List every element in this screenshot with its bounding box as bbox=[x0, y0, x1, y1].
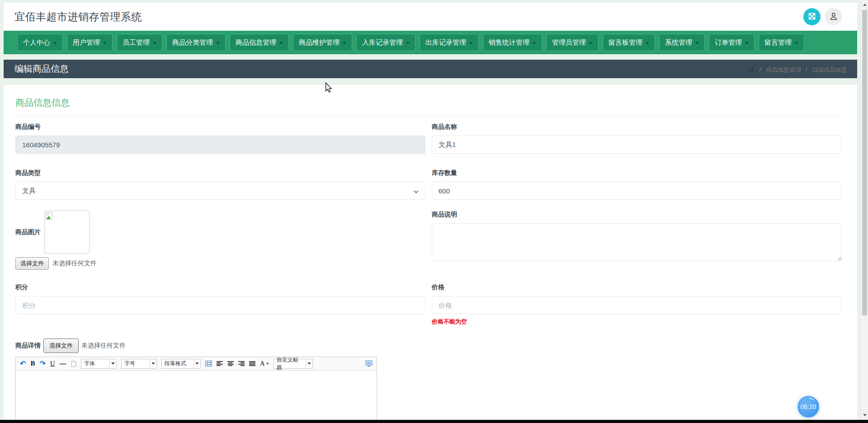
document-icon[interactable] bbox=[71, 361, 76, 367]
broken-image-icon bbox=[46, 212, 54, 220]
editor-toolbar: ↶ B ↷ U — 字体 字号 段落格式 bbox=[16, 357, 377, 371]
nav-item-message-board-mgmt[interactable]: 留言板管理 bbox=[603, 34, 655, 51]
breadcrumb-link-product-info[interactable]: 商品信息管理 bbox=[765, 65, 800, 73]
scrollbar[interactable] bbox=[860, 0, 868, 423]
chevron-down-icon bbox=[589, 42, 593, 44]
font-family-select[interactable]: 字体 bbox=[81, 359, 117, 369]
custom-title-select-label: 自定义标题 bbox=[274, 359, 306, 368]
price-label: 价格 bbox=[432, 283, 842, 291]
nav-item-sales-stats-mgmt[interactable]: 销售统计管理 bbox=[483, 34, 542, 51]
breadcrumb: / 商品信息管理 / 编辑商品信息 bbox=[748, 65, 846, 73]
nav-item-label: 商品信息管理 bbox=[236, 38, 276, 47]
nav-item-product-info-mgmt[interactable]: 商品信息管理 bbox=[230, 34, 289, 51]
nav-item-employee-mgmt[interactable]: 员工管理 bbox=[117, 34, 162, 51]
custom-title-select[interactable]: 自定义标题 bbox=[274, 359, 313, 369]
clock-widget[interactable]: 06:20 bbox=[796, 395, 821, 419]
horizontal-rule-button[interactable]: — bbox=[60, 360, 66, 367]
user-button[interactable] bbox=[825, 8, 842, 25]
nav-item-label: 个人中心 bbox=[23, 38, 50, 47]
points-field: 积分 bbox=[15, 283, 425, 326]
price-input[interactable] bbox=[432, 296, 842, 314]
nav-item-system-mgmt[interactable]: 系统管理 bbox=[659, 34, 705, 51]
product-desc-label: 商品说明 bbox=[432, 211, 842, 219]
scrollbar-thumb[interactable] bbox=[862, 10, 867, 315]
font-size-select[interactable]: 字号 bbox=[121, 359, 157, 369]
nav-item-personal-center[interactable]: 个人中心 bbox=[17, 34, 63, 51]
preview-button[interactable] bbox=[365, 360, 373, 367]
product-id-input[interactable] bbox=[15, 136, 425, 154]
home-icon[interactable] bbox=[748, 66, 755, 72]
align-center-button[interactable] bbox=[227, 361, 234, 367]
screen-bottom-edge bbox=[0, 420, 868, 423]
nav-item-category-mgmt[interactable]: 商品分类管理 bbox=[166, 34, 226, 51]
product-image-field: 商品图片 选择文件 未选择任何文件 bbox=[15, 211, 425, 270]
nav-item-message-mgmt[interactable]: 留言管理 bbox=[759, 34, 804, 51]
bold-button[interactable]: B bbox=[30, 360, 35, 367]
font-size-select-label: 字号 bbox=[122, 359, 150, 368]
file-status-text: 未选择任何文件 bbox=[81, 342, 126, 350]
nav-item-label: 订单管理 bbox=[715, 38, 742, 47]
edit-product-form: 商品信息信息 商品编号 商品名称 商品类型 文具 bbox=[4, 85, 857, 423]
nav-item-label: 入库记录管理 bbox=[362, 38, 403, 47]
chevron-down-icon bbox=[533, 42, 536, 44]
file-status-text: 未选择任何文件 bbox=[52, 259, 97, 268]
redo-button[interactable]: ↷ bbox=[39, 360, 45, 367]
dropdown-caret-icon bbox=[109, 359, 116, 368]
font-color-label: A bbox=[260, 360, 265, 367]
editor-content[interactable] bbox=[16, 371, 377, 423]
align-left-button[interactable] bbox=[217, 361, 223, 367]
select-chevron-icon bbox=[414, 187, 419, 195]
scrollbar-up-arrow[interactable] bbox=[861, 1, 868, 8]
nav-item-outbound-mgmt[interactable]: 出库记录管理 bbox=[420, 34, 479, 51]
breadcrumb-separator: / bbox=[759, 66, 761, 72]
nav-item-label: 管理员管理 bbox=[552, 38, 586, 47]
insert-table-button[interactable] bbox=[205, 361, 212, 367]
app-window: 宜佰丰超市进销存管理系统 个人中心 用户管理 员工管理 商品分类管理 商品信息管… bbox=[4, 3, 857, 423]
product-image-file-button[interactable]: 选择文件 bbox=[15, 257, 49, 270]
chevron-down-icon bbox=[216, 42, 220, 44]
nav-item-label: 员工管理 bbox=[123, 38, 150, 47]
scrollbar-down-arrow[interactable] bbox=[861, 411, 868, 418]
nav-item-label: 留言板管理 bbox=[609, 38, 642, 47]
chevron-down-icon bbox=[745, 42, 749, 44]
product-type-field: 商品类型 文具 bbox=[15, 169, 425, 200]
nav-item-label: 商品维护管理 bbox=[299, 38, 340, 47]
align-justify-button[interactable] bbox=[249, 361, 255, 367]
product-id-field: 商品编号 bbox=[15, 123, 425, 154]
nav-item-inbound-mgmt[interactable]: 入库记录管理 bbox=[356, 34, 415, 51]
product-desc-textarea[interactable] bbox=[432, 223, 842, 261]
nav-item-product-maintain-mgmt[interactable]: 商品维护管理 bbox=[293, 34, 352, 51]
font-family-select-label: 字体 bbox=[81, 359, 109, 368]
monitor-icon bbox=[365, 360, 373, 367]
user-icon bbox=[829, 12, 838, 22]
stock-qty-input[interactable] bbox=[432, 182, 842, 200]
fullscreen-button[interactable] bbox=[803, 8, 821, 25]
undo-button[interactable]: ↶ bbox=[20, 360, 26, 367]
nav-item-admin-mgmt[interactable]: 管理员管理 bbox=[546, 34, 599, 51]
underline-button[interactable]: U bbox=[50, 360, 55, 367]
paragraph-format-select[interactable]: 段落格式 bbox=[161, 359, 201, 369]
nav-item-order-mgmt[interactable]: 订单管理 bbox=[709, 34, 755, 51]
points-input[interactable] bbox=[15, 296, 425, 314]
product-name-label: 商品名称 bbox=[432, 123, 842, 131]
product-name-input[interactable] bbox=[432, 136, 842, 154]
nav-item-user-mgmt[interactable]: 用户管理 bbox=[67, 34, 113, 51]
dropdown-caret-icon bbox=[193, 359, 200, 368]
page-title: 编辑商品信息 bbox=[14, 63, 69, 75]
dropdown-caret-icon bbox=[150, 359, 156, 368]
align-right-button[interactable] bbox=[238, 361, 245, 367]
dropdown-caret-icon bbox=[266, 363, 269, 365]
breadcrumb-current: 编辑商品信息 bbox=[811, 65, 846, 73]
product-type-select[interactable]: 文具 bbox=[15, 182, 425, 200]
chevron-down-icon bbox=[695, 42, 699, 44]
app-title: 宜佰丰超市进销存管理系统 bbox=[14, 10, 142, 24]
chevron-down-icon bbox=[153, 42, 156, 44]
font-color-button[interactable]: A bbox=[260, 360, 269, 367]
product-detail-file-button[interactable]: 选择文件 bbox=[43, 338, 79, 353]
main-nav: 个人中心 用户管理 员工管理 商品分类管理 商品信息管理 商品维护管理 入库记录… bbox=[4, 31, 857, 54]
app-header: 宜佰丰超市进销存管理系统 bbox=[4, 3, 857, 31]
table-icon bbox=[205, 361, 212, 367]
nav-item-label: 留言管理 bbox=[764, 38, 792, 47]
nav-item-label: 系统管理 bbox=[665, 38, 692, 47]
product-detail-field: 商品详情 选择文件 未选择任何文件 bbox=[15, 338, 842, 353]
